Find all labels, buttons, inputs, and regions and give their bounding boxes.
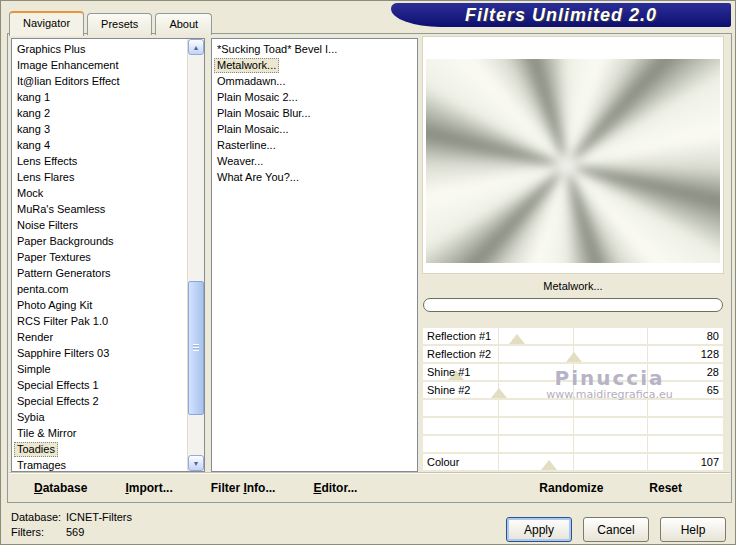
dialog-buttons: Apply Cancel Help bbox=[506, 517, 726, 542]
filter-item[interactable]: *Sucking Toad* Bevel I... bbox=[212, 41, 417, 57]
category-item[interactable]: Special Effects 1 bbox=[12, 377, 187, 393]
tab-presets[interactable]: Presets bbox=[87, 13, 152, 35]
filter-item[interactable]: Metalwork... bbox=[212, 57, 417, 73]
filter-item[interactable]: Plain Mosaic 2... bbox=[212, 89, 417, 105]
scrollbar-track[interactable] bbox=[188, 55, 204, 455]
category-item-label: It@lian Editors Effect bbox=[14, 74, 123, 89]
status-filters-label: Filters: bbox=[11, 525, 66, 540]
filter-item[interactable]: Plain Mosaic... bbox=[212, 121, 417, 137]
category-item[interactable]: Tile & Mirror bbox=[12, 425, 187, 441]
filter-preview[interactable] bbox=[422, 36, 724, 274]
slider-handle-triangle[interactable] bbox=[491, 388, 507, 398]
filter-item-label: Ommadawn... bbox=[214, 74, 288, 89]
category-item[interactable]: MuRa's Seamless bbox=[12, 201, 187, 217]
slider-handle-triangle[interactable] bbox=[509, 334, 525, 344]
slider-handle-triangle[interactable] bbox=[566, 352, 582, 362]
category-item[interactable]: Image Enhancement bbox=[12, 57, 187, 73]
category-item-label: Paper Backgrounds bbox=[14, 234, 117, 249]
filter-item[interactable]: Rasterline... bbox=[212, 137, 417, 153]
filter-settings-panel: Metalwork... Reflection #180Reflection #… bbox=[422, 36, 724, 474]
window-title: Filters Unlimited 2.0 bbox=[465, 5, 657, 25]
filter-list: *Sucking Toad* Bevel I...Metalwork...Omm… bbox=[211, 38, 418, 472]
category-item[interactable]: Toadies bbox=[12, 441, 187, 457]
filter-item-label: What Are You?... bbox=[214, 170, 302, 185]
category-item-label: Simple bbox=[14, 362, 54, 377]
category-item[interactable]: RCS Filter Pak 1.0 bbox=[12, 313, 187, 329]
category-scrollbar[interactable]: ▲ ▼ bbox=[187, 39, 204, 471]
category-item[interactable]: Render bbox=[12, 329, 187, 345]
slider-colour[interactable]: Colour107 bbox=[423, 454, 723, 470]
category-item-label: Pattern Generators bbox=[14, 266, 114, 281]
reset-button[interactable]: Reset bbox=[649, 481, 682, 495]
scroll-down-button[interactable]: ▼ bbox=[188, 455, 204, 471]
category-item-label: Special Effects 2 bbox=[14, 394, 102, 409]
slider-reflection-1[interactable]: Reflection #180 bbox=[423, 328, 723, 344]
category-item[interactable]: penta.com bbox=[12, 281, 187, 297]
category-item-label: Paper Textures bbox=[14, 250, 94, 265]
slider-shine-1[interactable]: Shine #128 bbox=[423, 364, 723, 380]
category-item[interactable]: Tramages bbox=[12, 457, 187, 471]
category-item[interactable]: Paper Backgrounds bbox=[12, 233, 187, 249]
swirl-preview-image bbox=[426, 59, 720, 263]
filter-info-button[interactable]: Filter Info... bbox=[211, 481, 276, 495]
preview-image-frame bbox=[426, 59, 720, 263]
status-filters-row: Filters: 569 bbox=[11, 525, 132, 540]
category-list: Graphics PlusImage EnhancementIt@lian Ed… bbox=[12, 39, 187, 471]
editor-button[interactable]: Editor... bbox=[313, 481, 357, 495]
category-item[interactable]: Lens Effects bbox=[12, 153, 187, 169]
category-item[interactable]: kang 2 bbox=[12, 105, 187, 121]
category-item-label: kang 2 bbox=[14, 106, 53, 121]
category-item[interactable]: Lens Flares bbox=[12, 169, 187, 185]
category-item-label: Sapphire Filters 03 bbox=[14, 346, 112, 361]
category-item[interactable]: Pattern Generators bbox=[12, 265, 187, 281]
slider-value: 28 bbox=[707, 364, 719, 380]
category-item[interactable]: kang 4 bbox=[12, 137, 187, 153]
filter-item-label: Rasterline... bbox=[214, 138, 279, 153]
category-item[interactable]: Noise Filters bbox=[12, 217, 187, 233]
category-item[interactable]: Paper Textures bbox=[12, 249, 187, 265]
apply-button[interactable]: Apply bbox=[506, 517, 572, 542]
arrow-up-icon: ▲ bbox=[193, 44, 200, 51]
category-item[interactable]: kang 1 bbox=[12, 89, 187, 105]
category-item[interactable]: Graphics Plus bbox=[12, 41, 187, 57]
category-item[interactable]: Sapphire Filters 03 bbox=[12, 345, 187, 361]
command-strip: Database Import... Filter Info... Editor… bbox=[9, 473, 730, 501]
main-panel: Graphics PlusImage EnhancementIt@lian Ed… bbox=[7, 33, 732, 503]
scroll-up-button[interactable]: ▲ bbox=[188, 39, 204, 55]
category-item[interactable]: Special Effects 2 bbox=[12, 393, 187, 409]
slider-shine-2[interactable]: Shine #265 bbox=[423, 382, 723, 398]
category-item-label: kang 4 bbox=[14, 138, 53, 153]
randomize-button[interactable]: Randomize bbox=[539, 481, 603, 495]
category-item[interactable]: Simple bbox=[12, 361, 187, 377]
filter-item-label: *Sucking Toad* Bevel I... bbox=[214, 42, 340, 57]
slider-reflection-2[interactable]: Reflection #2128 bbox=[423, 346, 723, 362]
slider-handle-triangle[interactable] bbox=[541, 460, 557, 470]
filter-item-label: Metalwork... bbox=[214, 58, 279, 73]
filter-item[interactable]: Plain Mosaic Blur... bbox=[212, 105, 417, 121]
filter-item-label: Plain Mosaic... bbox=[214, 122, 292, 137]
status-database-value: ICNET-Filters bbox=[66, 510, 132, 525]
selected-filter-caption: Metalwork... bbox=[422, 276, 724, 297]
filter-item[interactable]: Ommadawn... bbox=[212, 73, 417, 89]
status-database-row: Database: ICNET-Filters bbox=[11, 510, 132, 525]
tab-navigator[interactable]: Navigator bbox=[9, 11, 84, 36]
filter-item[interactable]: What Are You?... bbox=[212, 169, 417, 185]
category-item[interactable]: kang 3 bbox=[12, 121, 187, 137]
slider-label: Shine #2 bbox=[427, 382, 470, 398]
cancel-button[interactable]: Cancel bbox=[583, 517, 649, 542]
category-item[interactable]: Sybia bbox=[12, 409, 187, 425]
tab-about[interactable]: About bbox=[155, 13, 212, 35]
database-button[interactable]: Database bbox=[34, 481, 87, 495]
filter-item[interactable]: Weaver... bbox=[212, 153, 417, 169]
category-item-label: Sybia bbox=[14, 410, 48, 425]
scrollbar-thumb[interactable] bbox=[188, 281, 204, 415]
category-item-label: kang 3 bbox=[14, 122, 53, 137]
help-button[interactable]: Help bbox=[660, 517, 726, 542]
slider-empty-row bbox=[423, 418, 723, 434]
category-item[interactable]: Mock bbox=[12, 185, 187, 201]
category-item[interactable]: Photo Aging Kit bbox=[12, 297, 187, 313]
category-item[interactable]: It@lian Editors Effect bbox=[12, 73, 187, 89]
import-button[interactable]: Import... bbox=[125, 481, 172, 495]
category-item-label: Tile & Mirror bbox=[14, 426, 79, 441]
title-banner: Filters Unlimited 2.0 bbox=[391, 3, 731, 27]
